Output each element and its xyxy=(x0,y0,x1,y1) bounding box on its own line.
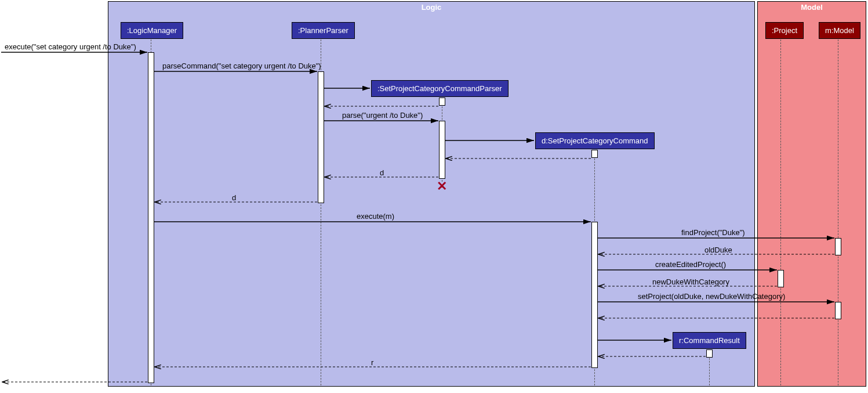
activation-command-result xyxy=(706,349,713,358)
logic-frame-label: Logic xyxy=(108,2,754,13)
participant-planner-parser: :PlannerParser xyxy=(292,22,355,39)
activation-set-parser-1 xyxy=(439,98,445,106)
msg-create-edited: createEditedProject() xyxy=(655,260,726,269)
model-frame: Model xyxy=(757,1,866,387)
activation-set-parser-2 xyxy=(439,121,445,179)
lifeline-project xyxy=(780,39,781,385)
activation-planner-parser xyxy=(318,71,324,203)
msg-ret-d1: d xyxy=(380,168,384,177)
msg-execute: execute("set category urgent /to Duke") xyxy=(5,42,136,51)
participant-command-result: r:CommandResult xyxy=(673,332,746,349)
activation-model-1 xyxy=(835,238,841,255)
participant-model: m:Model xyxy=(819,22,860,39)
msg-old-duke: oldDuke xyxy=(704,246,732,254)
logic-frame: Logic xyxy=(108,1,755,387)
msg-set-project: setProject(oldDuke, newDukeWithCategory) xyxy=(638,292,785,301)
msg-execute-m: execute(m) xyxy=(357,212,394,221)
participant-set-command: d:SetProjectCategoryCommand xyxy=(535,132,655,149)
participant-set-parser: :SetProjectCategoryCommandParser xyxy=(371,80,509,97)
msg-ret-r: r xyxy=(371,358,373,367)
msg-new-duke: newDukeWithCategory xyxy=(652,277,729,286)
activation-set-command-2 xyxy=(591,222,598,368)
participant-project: :Project xyxy=(765,22,804,39)
msg-find-project: findProject("Duke") xyxy=(681,228,745,237)
activation-logic-manager xyxy=(148,52,154,383)
activation-set-command-1 xyxy=(591,150,598,158)
activation-project xyxy=(778,270,784,287)
msg-parse: parse("urgent /to Duke") xyxy=(342,111,423,120)
lifeline-model xyxy=(838,39,838,385)
msg-ret-d2: d xyxy=(232,193,236,202)
destroy-icon: ✕ xyxy=(437,179,447,194)
model-frame-label: Model xyxy=(758,2,866,13)
activation-model-2 xyxy=(835,302,841,319)
msg-parse-command: parseCommand("set category urgent /to Du… xyxy=(162,62,321,70)
participant-logic-manager: :LogicManager xyxy=(121,22,183,39)
